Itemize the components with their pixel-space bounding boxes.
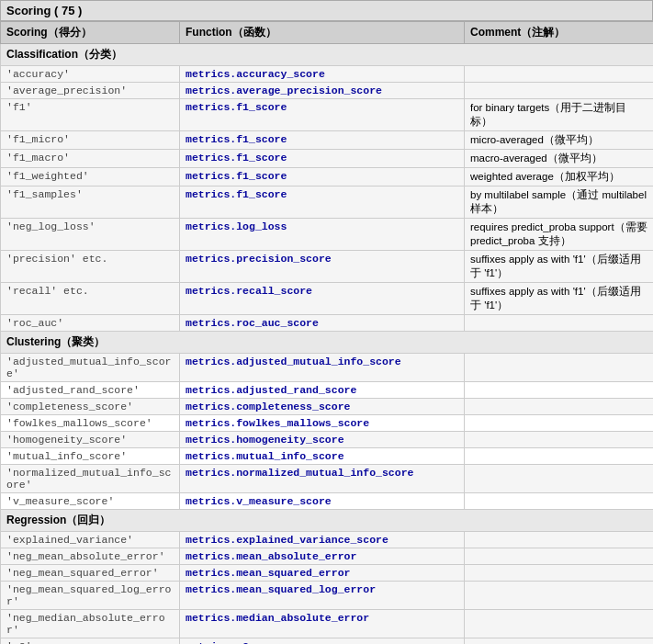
comment-cell: micro-averaged（微平均） bbox=[465, 131, 654, 150]
table-body: Classification（分类）'accuracy'metrics.accu… bbox=[1, 44, 654, 645]
scoring-cell: 'f1_samples' bbox=[1, 186, 180, 219]
function-cell: metrics.explained_variance_score bbox=[180, 532, 465, 548]
comment-cell bbox=[465, 582, 654, 610]
function-cell: metrics.fowlkes_mallows_score bbox=[180, 415, 465, 432]
comment-cell bbox=[465, 493, 654, 510]
scoring-cell: 'f1_weighted' bbox=[1, 168, 180, 186]
table-row: 'fowlkes_mallows_score'metrics.fowlkes_m… bbox=[1, 415, 654, 432]
scoring-cell: 'adjusted_rand_score' bbox=[1, 382, 180, 399]
function-cell: metrics.average_precision_score bbox=[180, 83, 465, 99]
function-cell: metrics.median_absolute_error bbox=[180, 610, 465, 638]
scoring-cell: 'adjusted_mutual_info_score' bbox=[1, 354, 180, 382]
comment-cell bbox=[465, 66, 654, 83]
comment-cell bbox=[465, 638, 654, 645]
section-label: Classification（分类） bbox=[1, 44, 654, 66]
comment-cell bbox=[465, 448, 654, 465]
scoring-cell: 'normalized_mutual_info_score' bbox=[1, 465, 180, 493]
comment-cell: macro-averaged（微平均） bbox=[465, 150, 654, 168]
comment-cell bbox=[465, 315, 654, 332]
function-cell: metrics.mean_absolute_error bbox=[180, 548, 465, 565]
function-cell: metrics.f1_score bbox=[180, 168, 465, 186]
scoring-cell: 'completeness_score' bbox=[1, 399, 180, 415]
function-cell: metrics.completeness_score bbox=[180, 399, 465, 415]
function-cell: metrics.precision_score bbox=[180, 251, 465, 283]
scoring-cell: 'neg_mean_squared_error' bbox=[1, 565, 180, 582]
comment-cell: for binary targets（用于二进制目标） bbox=[465, 99, 654, 131]
scoring-cell: 'neg_mean_squared_log_error' bbox=[1, 582, 180, 610]
scoring-cell: 'precision' etc. bbox=[1, 251, 180, 283]
table-row: 'neg_mean_squared_log_error'metrics.mean… bbox=[1, 582, 654, 610]
scoring-cell: 'f1_macro' bbox=[1, 150, 180, 168]
table-row: 'f1_samples'metrics.f1_scoreby multilabe… bbox=[1, 186, 654, 219]
scoring-cell: 'v_measure_score' bbox=[1, 493, 180, 510]
table-row: 'adjusted_mutual_info_score'metrics.adju… bbox=[1, 354, 654, 382]
table-row: 'completeness_score'metrics.completeness… bbox=[1, 399, 654, 415]
scoring-cell: 'roc_auc' bbox=[1, 315, 180, 332]
scoring-cell: 'fowlkes_mallows_score' bbox=[1, 415, 180, 432]
scoring-cell: 'average_precision' bbox=[1, 83, 180, 99]
comment-cell bbox=[465, 83, 654, 99]
function-cell: metrics.v_measure_score bbox=[180, 493, 465, 510]
function-cell: metrics.normalized_mutual_info_score bbox=[180, 465, 465, 493]
table-row: 'f1_macro'metrics.f1_scoremacro-averaged… bbox=[1, 150, 654, 168]
table-row: 'normalized_mutual_info_score'metrics.no… bbox=[1, 465, 654, 493]
table-row: 'v_measure_score'metrics.v_measure_score bbox=[1, 493, 654, 510]
header-comment: Comment（注解） bbox=[465, 22, 654, 44]
table-row: 'neg_median_absolute_error'metrics.media… bbox=[1, 610, 654, 638]
function-cell: metrics.adjusted_rand_score bbox=[180, 382, 465, 399]
function-cell: metrics.mutual_info_score bbox=[180, 448, 465, 465]
table-row: 'f1_weighted'metrics.f1_scoreweighted av… bbox=[1, 168, 654, 186]
comment-cell bbox=[465, 415, 654, 432]
scoring-cell: 'f1' bbox=[1, 99, 180, 131]
table-row: 'neg_log_loss'metrics.log_lossrequires p… bbox=[1, 219, 654, 251]
scoring-cell: 'neg_mean_absolute_error' bbox=[1, 548, 180, 565]
table-row: 'neg_mean_squared_error'metrics.mean_squ… bbox=[1, 565, 654, 582]
function-cell: metrics.adjusted_mutual_info_score bbox=[180, 354, 465, 382]
scoring-cell: 'homogeneity_score' bbox=[1, 432, 180, 448]
function-cell: metrics.r2_score bbox=[180, 638, 465, 645]
page-title: Scoring ( 75 ) bbox=[0, 0, 653, 21]
comment-cell bbox=[465, 354, 654, 382]
scoring-cell: 'mutual_info_score' bbox=[1, 448, 180, 465]
scoring-cell: 'explained_variance' bbox=[1, 532, 180, 548]
scoring-cell: 'neg_median_absolute_error' bbox=[1, 610, 180, 638]
table-row: 'average_precision'metrics.average_preci… bbox=[1, 83, 654, 99]
section-header-row: Regression（回归） bbox=[1, 510, 654, 532]
scoring-cell: 'r2' bbox=[1, 638, 180, 645]
function-cell: metrics.recall_score bbox=[180, 283, 465, 315]
header-function: Function（函数） bbox=[180, 22, 465, 44]
scoring-table: Scoring（得分） Function（函数） Comment（注解） Cla… bbox=[0, 21, 653, 644]
table-row: 'roc_auc'metrics.roc_auc_score bbox=[1, 315, 654, 332]
comment-cell bbox=[465, 382, 654, 399]
comment-cell bbox=[465, 532, 654, 548]
function-cell: metrics.mean_squared_log_error bbox=[180, 582, 465, 610]
scoring-cell: 'recall' etc. bbox=[1, 283, 180, 315]
comment-cell bbox=[465, 610, 654, 638]
section-header-row: Classification（分类） bbox=[1, 44, 654, 66]
section-header-row: Clustering（聚类） bbox=[1, 332, 654, 354]
section-label: Clustering（聚类） bbox=[1, 332, 654, 354]
comment-cell bbox=[465, 565, 654, 582]
section-label: Regression（回归） bbox=[1, 510, 654, 532]
function-cell: metrics.log_loss bbox=[180, 219, 465, 251]
scoring-cell: 'neg_log_loss' bbox=[1, 219, 180, 251]
function-cell: metrics.accuracy_score bbox=[180, 66, 465, 83]
function-cell: metrics.f1_score bbox=[180, 131, 465, 150]
table-row: 'explained_variance'metrics.explained_va… bbox=[1, 532, 654, 548]
comment-cell: by multilabel sample（通过 multilabel 样本） bbox=[465, 186, 654, 219]
comment-cell: suffixes apply as with 'f1'（后缀适用于 'f1'） bbox=[465, 251, 654, 283]
header-scoring: Scoring（得分） bbox=[1, 22, 180, 44]
table-row: 'adjusted_rand_score'metrics.adjusted_ra… bbox=[1, 382, 654, 399]
table-header: Scoring（得分） Function（函数） Comment（注解） bbox=[1, 22, 654, 44]
function-cell: metrics.roc_auc_score bbox=[180, 315, 465, 332]
main-container: Scoring ( 75 ) Scoring（得分） Function（函数） … bbox=[0, 0, 653, 644]
comment-cell: suffixes apply as with 'f1'（后缀适用于 'f1'） bbox=[465, 283, 654, 315]
table-row: 'mutual_info_score'metrics.mutual_info_s… bbox=[1, 448, 654, 465]
function-cell: metrics.f1_score bbox=[180, 150, 465, 168]
table-row: 'neg_mean_absolute_error'metrics.mean_ab… bbox=[1, 548, 654, 565]
table-row: 'homogeneity_score'metrics.homogeneity_s… bbox=[1, 432, 654, 448]
comment-cell bbox=[465, 399, 654, 415]
table-row: 'f1_micro'metrics.f1_scoremicro-averaged… bbox=[1, 131, 654, 150]
table-row: 'recall' etc.metrics.recall_scoresuffixe… bbox=[1, 283, 654, 315]
comment-cell bbox=[465, 432, 654, 448]
